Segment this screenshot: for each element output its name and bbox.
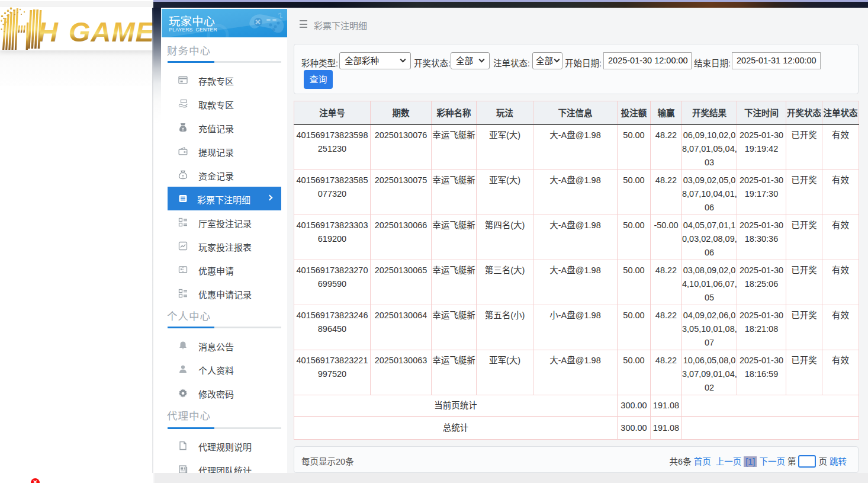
svg-text:H GAME: H GAME — [38, 16, 153, 47]
